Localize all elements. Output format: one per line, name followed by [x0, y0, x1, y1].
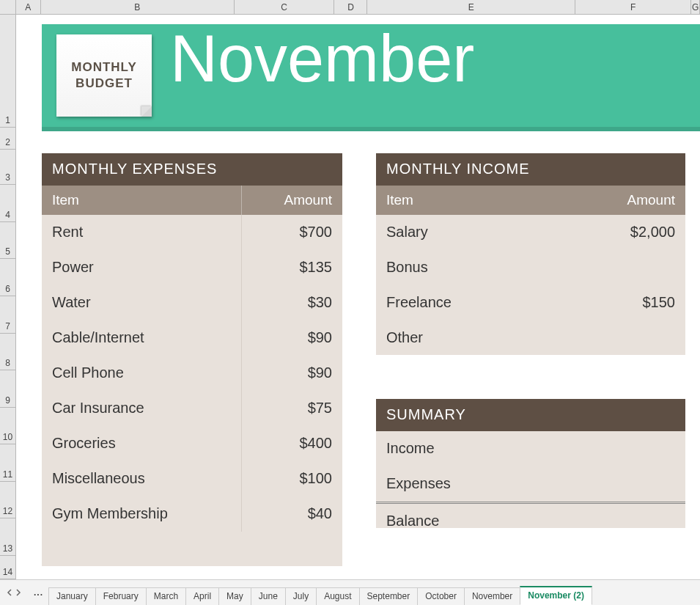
- expense-amount-cell[interactable]: $135: [242, 250, 342, 285]
- expenses-header-amount[interactable]: Amount: [242, 186, 342, 215]
- table-row: Balance: [376, 503, 685, 540]
- sheet-canvas[interactable]: MONTHLYBUDGET November MONTHLY EXPENSES …: [16, 15, 700, 579]
- sheet-tab[interactable]: June: [251, 587, 286, 605]
- row-header-2[interactable]: 2: [0, 128, 15, 149]
- table-row: Freelance$150: [376, 285, 685, 320]
- expense-item-cell[interactable]: Cell Phone: [42, 356, 242, 391]
- table-row: Power$135: [42, 250, 342, 285]
- expense-item-cell[interactable]: Miscellaneous: [42, 461, 242, 496]
- row-header-5[interactable]: 5: [0, 222, 15, 260]
- expense-amount-cell[interactable]: $700: [242, 215, 342, 250]
- income-header-item[interactable]: Item: [376, 186, 548, 215]
- row-header-11[interactable]: 11: [0, 444, 15, 482]
- income-item-cell[interactable]: Other: [376, 320, 548, 356]
- table-row: Car Insurance$75: [42, 391, 342, 426]
- table-row: Miscellaneous$100: [42, 461, 342, 496]
- expenses-header-item[interactable]: Item: [42, 186, 242, 215]
- sheet-tab[interactable]: September: [359, 587, 419, 605]
- sheet-tab[interactable]: November: [464, 587, 520, 605]
- row-header-9[interactable]: 9: [0, 370, 15, 408]
- income-card: MONTHLY INCOME Item Amount Salary$2,000B…: [376, 153, 685, 355]
- expense-item-cell[interactable]: Water: [42, 285, 242, 320]
- row-header-1[interactable]: 1: [0, 15, 15, 128]
- row-header-14[interactable]: 14: [0, 556, 15, 579]
- income-item-cell[interactable]: Freelance: [376, 285, 548, 320]
- tab-nav: [0, 589, 28, 596]
- expense-amount-cell[interactable]: $100: [242, 461, 342, 496]
- income-title: MONTHLY INCOME: [376, 153, 685, 186]
- row-header-7[interactable]: 7: [0, 296, 15, 334]
- income-item-cell[interactable]: Salary: [376, 215, 548, 250]
- row-header-4[interactable]: 4: [0, 185, 15, 222]
- tab-prev-icon[interactable]: [6, 589, 13, 596]
- sheet-tab[interactable]: January: [48, 587, 96, 605]
- summary-label-cell[interactable]: Income: [376, 431, 625, 466]
- summary-value-cell[interactable]: [625, 431, 685, 466]
- column-header-d[interactable]: D: [334, 0, 367, 14]
- column-header-g[interactable]: G: [691, 0, 700, 14]
- sticky-note-text: MONTHLYBUDGET: [71, 59, 137, 92]
- table-row: Income: [376, 431, 685, 466]
- table-row: Cable/Internet$90: [42, 320, 342, 356]
- summary-label-cell[interactable]: Balance: [376, 503, 625, 540]
- income-amount-cell[interactable]: [548, 250, 685, 285]
- table-row: Rent$700: [42, 215, 342, 250]
- expense-amount-cell[interactable]: $400: [242, 426, 342, 461]
- sheet-tab[interactable]: August: [316, 587, 359, 605]
- expense-item-cell[interactable]: Rent: [42, 215, 242, 250]
- column-header-b[interactable]: B: [41, 0, 235, 14]
- expense-amount-cell[interactable]: $40: [242, 496, 342, 532]
- row-header-3[interactable]: 3: [0, 150, 15, 186]
- income-amount-cell[interactable]: [548, 320, 685, 356]
- tab-next-icon[interactable]: [15, 589, 22, 596]
- column-headers: ABCDEFG: [0, 0, 700, 15]
- row-header-10[interactable]: 10: [0, 408, 15, 445]
- expense-amount-cell[interactable]: $75: [242, 391, 342, 426]
- expenses-table: Item Amount Rent$700Power$135Water$30Cab…: [42, 186, 342, 532]
- column-header-f[interactable]: F: [575, 0, 691, 14]
- income-table: Item Amount Salary$2,000BonusFreelance$1…: [376, 186, 685, 356]
- header-banner: MONTHLYBUDGET November: [42, 24, 700, 131]
- table-row: Expenses: [376, 466, 685, 503]
- sheet-tab[interactable]: April: [185, 587, 219, 605]
- row-header-8[interactable]: 8: [0, 334, 15, 371]
- expense-item-cell[interactable]: Power: [42, 250, 242, 285]
- sheet-tab[interactable]: February: [95, 587, 147, 605]
- column-header-c[interactable]: C: [235, 0, 335, 14]
- sheet-tab[interactable]: November (2): [520, 586, 592, 605]
- sticky-note: MONTHLYBUDGET: [56, 34, 152, 117]
- table-row: Salary$2,000: [376, 215, 685, 250]
- row-header-12[interactable]: 12: [0, 482, 15, 519]
- expense-item-cell[interactable]: Groceries: [42, 426, 242, 461]
- column-header-a[interactable]: A: [16, 0, 41, 14]
- income-item-cell[interactable]: Bonus: [376, 250, 548, 285]
- sheet-tab[interactable]: March: [146, 587, 186, 605]
- expense-amount-cell[interactable]: $90: [242, 356, 342, 391]
- row-headers: 1234567891011121314: [0, 15, 16, 579]
- income-amount-cell[interactable]: $2,000: [548, 215, 685, 250]
- row-header-13[interactable]: 13: [0, 518, 15, 556]
- expenses-card: MONTHLY EXPENSES Item Amount Rent$700Pow…: [42, 153, 342, 566]
- summary-value-cell[interactable]: [625, 466, 685, 503]
- summary-value-cell[interactable]: [625, 503, 685, 540]
- table-row: Groceries$400: [42, 426, 342, 461]
- income-amount-cell[interactable]: $150: [548, 285, 685, 320]
- expense-amount-cell[interactable]: $90: [242, 320, 342, 356]
- tab-overflow-dots[interactable]: ...: [28, 587, 49, 598]
- expense-amount-cell[interactable]: $30: [242, 285, 342, 320]
- expense-item-cell[interactable]: Gym Membership: [42, 496, 242, 532]
- summary-card: SUMMARY IncomeExpensesBalance: [376, 399, 685, 528]
- sheet-tab[interactable]: October: [417, 587, 465, 605]
- sheet-tab[interactable]: July: [285, 587, 317, 605]
- expense-item-cell[interactable]: Car Insurance: [42, 391, 242, 426]
- expense-item-cell[interactable]: Cable/Internet: [42, 320, 242, 356]
- income-header-amount[interactable]: Amount: [548, 186, 685, 215]
- sheet-tab[interactable]: May: [218, 587, 251, 605]
- row-header-6[interactable]: 6: [0, 259, 15, 296]
- select-all-corner[interactable]: [0, 0, 16, 14]
- summary-title: SUMMARY: [376, 399, 685, 431]
- column-header-e[interactable]: E: [367, 0, 575, 14]
- summary-label-cell[interactable]: Expenses: [376, 466, 625, 503]
- table-row: Gym Membership$40: [42, 496, 342, 532]
- table-row: Water$30: [42, 285, 342, 320]
